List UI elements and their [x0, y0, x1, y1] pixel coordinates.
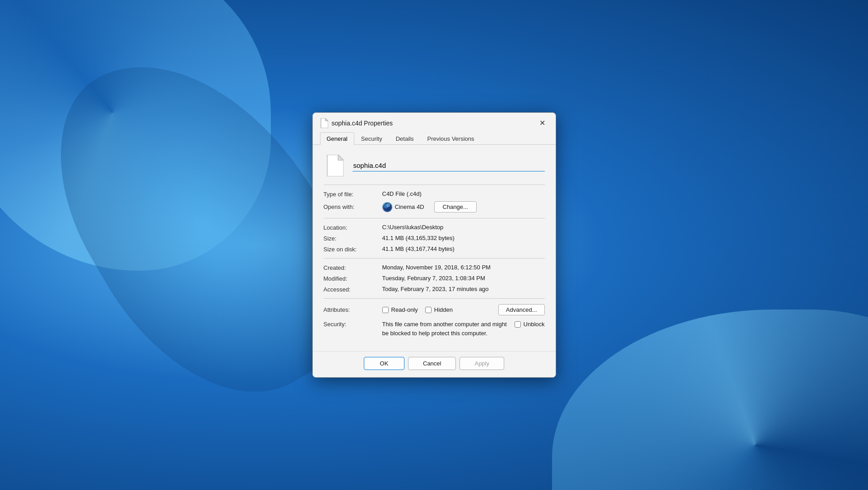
- hidden-checkbox-label[interactable]: Hidden: [425, 306, 453, 313]
- security-text: This file came from another computer and…: [382, 320, 509, 337]
- hidden-label: Hidden: [434, 306, 453, 313]
- type-row: Type of file: C4D File (.c4d): [324, 190, 545, 198]
- opens-with-value: Cinema 4D Change...: [382, 201, 545, 213]
- unblock-checkbox[interactable]: [515, 321, 521, 328]
- cancel-button[interactable]: Cancel: [408, 357, 456, 370]
- dialog-footer: OK Cancel Apply: [313, 351, 556, 377]
- tab-content-general: Type of file: C4D File (.c4d) Opens with…: [313, 145, 556, 351]
- modified-row: Modified: Tuesday, February 7, 2023, 1:0…: [324, 275, 545, 282]
- attributes-label: Attributes:: [324, 306, 382, 313]
- filename-input[interactable]: [353, 160, 545, 171]
- titlebar-left: sophia.c4d Properties: [320, 118, 393, 128]
- type-label: Type of file:: [324, 190, 382, 198]
- readonly-label: Read-only: [391, 306, 418, 313]
- change-button[interactable]: Change...: [434, 201, 477, 213]
- separator-1: [324, 185, 545, 185]
- modified-value: Tuesday, February 7, 2023, 1:08:34 PM: [382, 275, 545, 282]
- size-on-disk-value: 41.1 MB (43,167,744 bytes): [382, 245, 545, 252]
- separator-3: [324, 258, 545, 259]
- accessed-label: Accessed:: [324, 286, 382, 293]
- size-row: Size: 41.1 MB (43,165,332 bytes): [324, 235, 545, 242]
- readonly-checkbox[interactable]: [382, 307, 389, 313]
- unblock-label: Unblock: [524, 321, 545, 328]
- unblock-checkbox-label[interactable]: Unblock: [515, 320, 545, 328]
- svg-point-2: [386, 203, 390, 207]
- tab-general[interactable]: General: [320, 132, 354, 145]
- created-row: Created: Monday, November 19, 2018, 6:12…: [324, 264, 545, 271]
- close-button[interactable]: ✕: [532, 116, 553, 130]
- security-content: This file came from another computer and…: [382, 320, 545, 337]
- created-value: Monday, November 19, 2018, 6:12:50 PM: [382, 264, 545, 271]
- security-row: Security: This file came from another co…: [324, 320, 545, 337]
- properties-dialog: sophia.c4d Properties ✕ General Security…: [312, 112, 556, 378]
- location-row: Location: C:\Users\lukas\Desktop: [324, 224, 545, 231]
- type-value: C4D File (.c4d): [382, 190, 545, 197]
- size-on-disk-label: Size on disk:: [324, 245, 382, 253]
- tab-details[interactable]: Details: [389, 132, 421, 145]
- tabs-bar: General Security Details Previous Versio…: [313, 128, 556, 145]
- ok-button[interactable]: OK: [364, 357, 404, 370]
- size-on-disk-row: Size on disk: 41.1 MB (43,167,744 bytes): [324, 245, 545, 253]
- size-label: Size:: [324, 235, 382, 242]
- advanced-button[interactable]: Advanced...: [498, 304, 545, 315]
- location-label: Location:: [324, 224, 382, 231]
- separator-2: [324, 218, 545, 218]
- opens-with-row: Opens with: Cinema 4D Change...: [324, 201, 545, 213]
- location-value: C:\Users\lukas\Desktop: [382, 224, 545, 231]
- attributes-controls: Read-only Hidden Advanced...: [382, 304, 545, 315]
- opens-with-label: Opens with:: [324, 203, 382, 210]
- file-header: [324, 154, 545, 177]
- attributes-row: Attributes: Read-only Hidden Advanced...: [324, 304, 545, 315]
- readonly-checkbox-label[interactable]: Read-only: [382, 306, 418, 313]
- separator-4: [324, 298, 545, 299]
- accessed-row: Accessed: Today, February 7, 2023, 17 mi…: [324, 286, 545, 293]
- tab-security[interactable]: Security: [354, 132, 389, 145]
- titlebar-file-icon: [320, 118, 328, 128]
- modified-label: Modified:: [324, 275, 382, 282]
- size-value: 41.1 MB (43,165,332 bytes): [382, 235, 545, 241]
- accessed-value: Today, February 7, 2023, 17 minutes ago: [382, 286, 545, 292]
- titlebar: sophia.c4d Properties ✕: [313, 113, 556, 128]
- opens-with-app: Cinema 4D: [395, 203, 424, 210]
- created-label: Created:: [324, 264, 382, 271]
- file-icon-large: [324, 154, 345, 177]
- cinema4d-icon: [382, 202, 392, 212]
- dialog-title: sophia.c4d Properties: [332, 120, 393, 127]
- apply-button[interactable]: Apply: [460, 357, 504, 370]
- hidden-checkbox[interactable]: [425, 307, 432, 313]
- security-label: Security:: [324, 320, 382, 328]
- tab-previous-versions[interactable]: Previous Versions: [420, 132, 481, 145]
